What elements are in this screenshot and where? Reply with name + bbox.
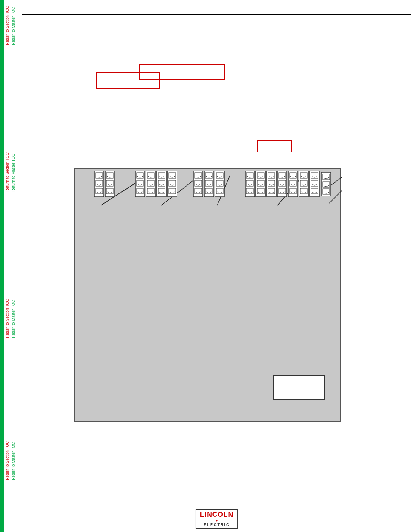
return-section-toc-link-2[interactable]: Return to Section TOC: [4, 151, 10, 193]
logo-lincoln-text: LINCOLN: [200, 511, 234, 519]
sidebar-nav-group-2: Return to Section TOC Return to Master T…: [4, 151, 22, 193]
logo-dot-symbol: ●: [216, 519, 218, 523]
left-sidebar: Return to Section TOC Return to Master T…: [0, 0, 22, 532]
inner-reference-box: [273, 376, 325, 399]
lincoln-electric-logo: LINCOLN ● ELecTRiC: [196, 509, 238, 529]
svg-line-68: [331, 177, 342, 185]
green-accent-bar: [0, 0, 4, 532]
logo-electric-text: ELecTRiC: [203, 523, 230, 527]
sidebar-nav-group-4: Return to Section TOC Return to Master T…: [4, 439, 22, 482]
red-outline-box-3: [257, 140, 292, 152]
red-outline-box-2: [139, 64, 225, 80]
return-master-toc-link-4[interactable]: Return to Master TOC: [10, 439, 16, 482]
connector-group-4: [245, 171, 319, 197]
top-divider-line: [22, 14, 411, 15]
return-master-toc-link-3[interactable]: Return to Master TOC: [10, 297, 16, 340]
diagram-panel: [74, 168, 341, 422]
return-section-toc-link-3[interactable]: Return to Section TOC: [4, 297, 10, 340]
return-master-toc-link-2[interactable]: Return to Master TOC: [10, 151, 16, 193]
return-section-toc-link-4[interactable]: Return to Section TOC: [4, 439, 10, 482]
connector-group-2: [135, 171, 177, 197]
main-content: LINCOLN ● ELecTRiC: [22, 0, 411, 532]
connector-group-5: [321, 172, 342, 196]
return-section-toc-link-1[interactable]: Return to Section TOC: [4, 4, 10, 47]
sidebar-nav-group-1: Return to Section TOC Return to Master T…: [4, 4, 22, 47]
return-master-toc-link-1[interactable]: Return to Master TOC: [10, 4, 16, 47]
connector-1a: [94, 171, 104, 197]
connector-1b: [105, 171, 115, 197]
sidebar-nav-group-3: Return to Section TOC Return to Master T…: [4, 297, 22, 340]
diagram-svg: [75, 169, 342, 423]
connector-group-3: [193, 171, 224, 197]
logo-container: LINCOLN ● ELecTRiC: [196, 509, 238, 529]
